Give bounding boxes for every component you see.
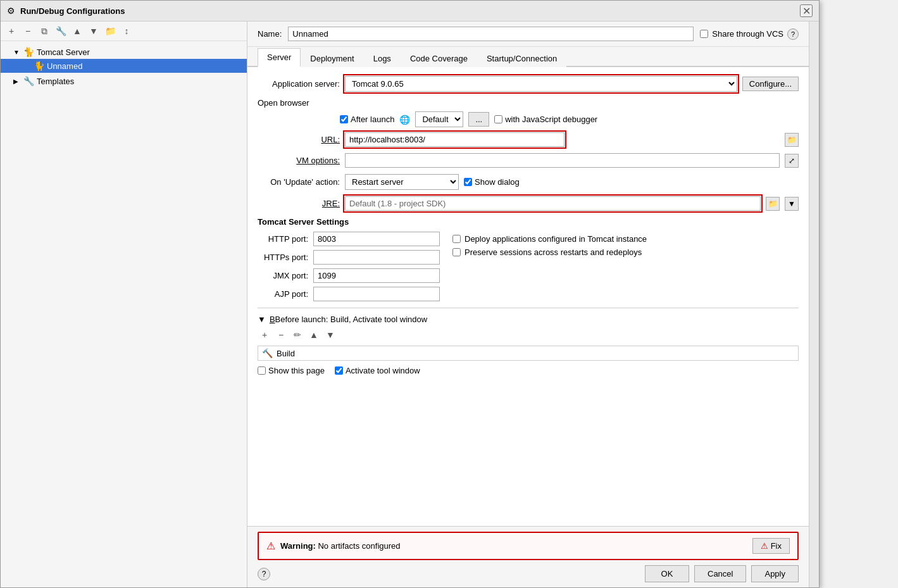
dialog-icon: ⚙ [7, 6, 15, 16]
build-row: 🔨 Build [258, 346, 799, 361]
browser-dots-button[interactable]: ... [468, 112, 489, 127]
application-server-select[interactable]: Tomcat 9.0.65 [345, 76, 737, 92]
build-icon: 🔨 [262, 348, 273, 358]
before-launch-underline: B [270, 315, 275, 324]
fix-label: Fix [771, 541, 782, 551]
application-server-label: Application server: [258, 79, 340, 89]
sort-button[interactable]: ↕ [120, 24, 134, 38]
jmx-port-label: JMX port: [258, 271, 308, 280]
vm-options-row: VM options: ⤢ [258, 153, 799, 168]
cancel-button[interactable]: Cancel [694, 565, 746, 582]
jre-dropdown-button[interactable]: ▼ [785, 197, 799, 211]
on-update-select[interactable]: Restart server [345, 174, 459, 190]
show-dialog-checkbox[interactable] [464, 178, 472, 186]
unnamed-label: Unnamed [47, 61, 82, 71]
https-port-label: HTTPs port: [258, 253, 308, 262]
folder-button[interactable]: 📁 [103, 24, 117, 38]
show-page-row: Show this page Activate tool window [258, 366, 799, 375]
tab-server[interactable]: Server [258, 48, 301, 67]
move-up-button[interactable]: ▲ [70, 24, 84, 38]
after-launch-checkbox[interactable] [340, 115, 348, 123]
deploy-apps-label: Deploy applications configured in Tomcat… [452, 234, 647, 244]
vm-expand-button[interactable]: ⤢ [785, 154, 799, 168]
browser-select[interactable]: Default [415, 111, 463, 127]
show-this-page-text: Show this page [268, 366, 325, 375]
chrome-icon: 🌐 [399, 115, 410, 125]
jre-input[interactable] [345, 196, 761, 211]
open-browser-section: Open browser After launch 🌐 Default ... [258, 98, 799, 147]
configure-button[interactable]: Configure... [742, 77, 799, 91]
before-launch-collapse-icon[interactable]: ▼ [258, 315, 266, 324]
jre-input-wrapper [345, 196, 761, 211]
activate-tool-window-label: Activate tool window [335, 366, 420, 375]
port-and-options: HTTP port: HTTPs port: JMX port: [258, 232, 799, 301]
unnamed-config-item[interactable]: 🐈 Unnamed [1, 59, 247, 73]
before-launch-edit-button[interactable]: ✏ [290, 328, 304, 342]
http-port-input[interactable] [313, 232, 440, 246]
tomcat-server-group-header[interactable]: ▼ 🐈 Tomcat Server [1, 45, 247, 59]
move-down-button[interactable]: ▼ [87, 24, 101, 38]
jre-label: JRE: [258, 199, 340, 208]
build-label: Build [277, 349, 295, 358]
name-input[interactable] [288, 27, 694, 41]
tab-code-coverage[interactable]: Code Coverage [401, 49, 477, 67]
before-launch-remove-button[interactable]: − [274, 328, 288, 342]
url-label: URL: [258, 135, 340, 144]
before-launch-up-button[interactable]: ▲ [307, 328, 321, 342]
after-launch-checkbox-label: After launch [340, 115, 394, 124]
close-button[interactable]: ✕ [800, 4, 813, 17]
vm-options-input[interactable] [345, 153, 780, 168]
jmx-port-row: JMX port: [258, 268, 440, 283]
warning-box: ⚠ Warning: No artifacts configured ⚠ Fix [258, 532, 799, 560]
unnamed-icon: 🐈 [34, 61, 44, 71]
name-label: Name: [258, 29, 282, 39]
left-panel: + − ⧉ 🔧 ▲ ▼ 📁 ↕ ▼ 🐈 Tomcat Server [1, 22, 247, 587]
remove-config-button[interactable]: − [21, 24, 35, 38]
copy-config-button[interactable]: ⧉ [37, 24, 51, 38]
right-panel: Name: Share through VCS ? Server Deploym… [247, 22, 809, 587]
show-dialog-label: Show dialog [475, 177, 520, 187]
js-debugger-checkbox[interactable] [494, 115, 502, 123]
jmx-port-input[interactable] [313, 268, 440, 283]
app-server-select-wrapper: Tomcat 9.0.65 [345, 76, 737, 92]
activate-tool-window-checkbox[interactable] [335, 366, 343, 375]
help-button[interactable]: ? [258, 568, 270, 580]
before-launch-text: Before launch: Build, Activate tool wind… [275, 315, 428, 324]
bottom-bar: ⚠ Warning: No artifacts configured ⚠ Fix… [247, 526, 809, 587]
tabs-row: Server Deployment Logs Code Coverage Sta… [247, 47, 809, 67]
tab-startup-connection[interactable]: Startup/Connection [477, 49, 566, 67]
right-scrollbar-area [809, 22, 819, 587]
fix-button[interactable]: ⚠ Fix [752, 538, 790, 554]
tab-logs[interactable]: Logs [364, 49, 401, 67]
run-debug-configurations-dialog: ⚙ Run/Debug Configurations ✕ + − ⧉ 🔧 ▲ ▼… [0, 0, 820, 588]
url-row: URL: 📁 [258, 132, 799, 147]
tomcat-settings-section: Tomcat Server Settings HTTP port: HTTPs … [258, 217, 799, 301]
tomcat-server-group: ▼ 🐈 Tomcat Server 🐈 Unnamed [1, 44, 247, 74]
apply-button[interactable]: Apply [751, 565, 799, 582]
url-browse-button[interactable]: 📁 [785, 133, 799, 147]
edit-config-button[interactable]: 🔧 [54, 24, 68, 38]
share-help-button[interactable]: ? [787, 28, 799, 40]
show-this-page-checkbox[interactable] [258, 366, 266, 375]
before-launch-section: ▼ BBefore launch: Build, Activate tool w… [258, 315, 799, 375]
share-vcs-label: Share through VCS [712, 29, 783, 39]
templates-item[interactable]: ▶ 🔧 Templates [1, 74, 247, 88]
fix-icon: ⚠ [761, 541, 768, 551]
http-port-row: HTTP port: [258, 232, 440, 246]
before-launch-add-button[interactable]: + [258, 328, 271, 342]
before-launch-down-button[interactable]: ▼ [323, 328, 337, 342]
tab-deployment[interactable]: Deployment [301, 49, 363, 67]
jre-browse-button[interactable]: 📁 [766, 197, 780, 211]
url-input[interactable] [345, 132, 564, 147]
add-config-button[interactable]: + [4, 24, 18, 38]
deploy-apps-checkbox[interactable] [452, 235, 461, 243]
ajp-port-input[interactable] [313, 287, 440, 301]
vm-options-label: VM options: [258, 156, 340, 165]
http-port-label: HTTP port: [258, 234, 308, 244]
https-port-input[interactable] [313, 250, 440, 265]
deploy-apps-text: Deploy applications configured in Tomcat… [465, 234, 647, 244]
ok-button[interactable]: OK [645, 565, 689, 582]
on-update-row: On 'Update' action: Restart server Show … [258, 174, 799, 190]
share-vcs-checkbox[interactable] [700, 30, 708, 38]
preserve-sessions-checkbox[interactable] [452, 248, 461, 256]
